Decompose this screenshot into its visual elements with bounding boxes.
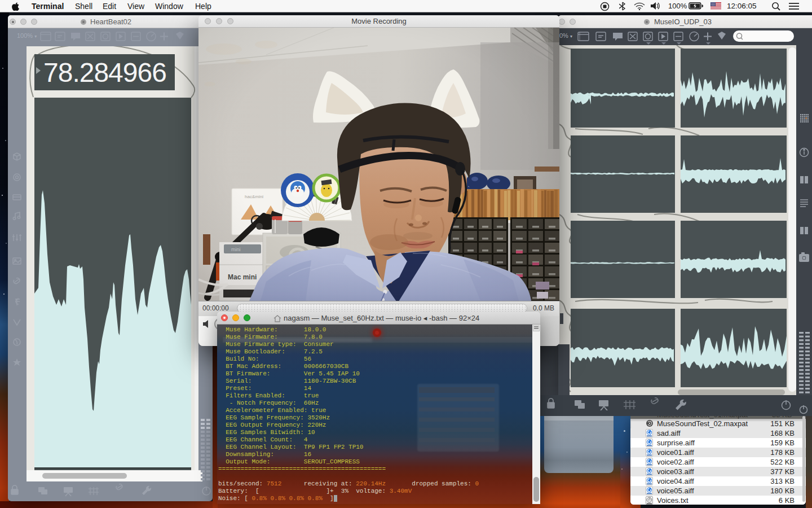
svg-text:78.284966: 78.284966 bbox=[43, 58, 166, 87]
